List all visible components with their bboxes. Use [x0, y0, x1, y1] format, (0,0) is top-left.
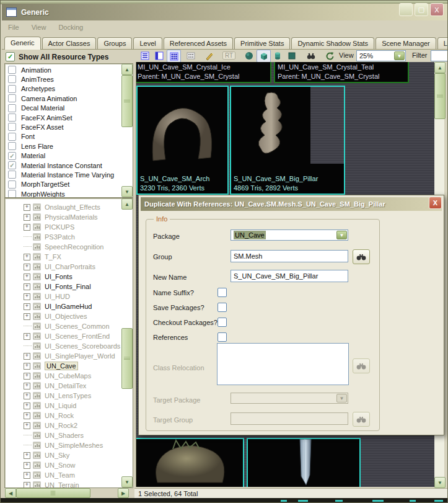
resource-type-checkbox[interactable]: [8, 104, 16, 112]
tab-scene-manager[interactable]: Scene Manager: [376, 37, 436, 49]
viewport-scrollbar-thumb[interactable]: [434, 73, 446, 119]
tree-item-un_rock2[interactable]: +UN_Rock2: [24, 421, 77, 430]
expand-icon[interactable]: +: [24, 412, 30, 419]
minimize-button[interactable]: [399, 3, 413, 16]
expand-icon[interactable]: +: [24, 274, 30, 280]
resource-type-row[interactable]: Archetypes: [5, 84, 133, 94]
tab-generic[interactable]: Generic: [4, 37, 41, 50]
close-button[interactable]: X: [430, 3, 444, 16]
thumbnail-mi-un-cave-sm-crystal-teal[interactable]: MI_UN_Cave_SM_Crystal_TealParent: M_UN_C…: [274, 62, 409, 83]
viewport-scroll-down-icon[interactable]: ▼: [434, 477, 446, 488]
name-suffix-checkbox[interactable]: [217, 288, 227, 297]
group-find-button[interactable]: [353, 249, 370, 264]
show-all-resource-types-row[interactable]: ✓ Show All Resource Types: [6, 52, 108, 61]
resource-type-row[interactable]: Lens Flare: [5, 141, 133, 151]
resource-type-checkbox[interactable]: [8, 75, 16, 83]
tree-item-ui_fonts_final[interactable]: +UI_Fonts_Final: [24, 282, 91, 292]
tree-scroll-right-icon[interactable]: ▶: [118, 488, 129, 498]
resource-list-scroll-up-icon[interactable]: ▲: [121, 64, 133, 75]
menu-item-docking[interactable]: Docking: [52, 24, 89, 31]
expand-icon[interactable]: +: [24, 373, 30, 380]
dialog-close-button[interactable]: X: [429, 197, 442, 209]
tab-primitive-stats[interactable]: Primitive Stats: [234, 37, 290, 49]
tree-scrollbar-thumb[interactable]: [121, 328, 133, 389]
expand-icon[interactable]: +: [24, 214, 30, 221]
cube-primitive-button[interactable]: [257, 50, 271, 63]
filter-input[interactable]: [431, 50, 448, 61]
thumbnail-s-un-cave-sm-big-pillar[interactable]: S_UN_Cave_SM_Big_Pillar4869 Tris, 2892 V…: [230, 86, 345, 195]
tree-item-ui_fonts[interactable]: +UI_Fonts: [24, 272, 72, 282]
viewport-scroll-up-icon[interactable]: ▲: [434, 62, 446, 73]
tree-item-speechrecognition[interactable]: SpeechRecognition: [24, 242, 103, 252]
tree-item-ui_hud[interactable]: +UI_HUD: [24, 292, 70, 301]
tab-actor-classes[interactable]: Actor Classes: [42, 37, 97, 49]
menu-item-view[interactable]: View: [25, 24, 53, 31]
refresh-button[interactable]: [323, 50, 336, 61]
package-tree[interactable]: +Onslaught_Effects+PhysicalMaterials+PIC…: [4, 198, 133, 488]
resource-type-row[interactable]: Font: [5, 132, 133, 141]
tree-item-un_cave[interactable]: +UN_Cave: [24, 361, 78, 371]
expand-icon[interactable]: +: [24, 482, 30, 489]
class-relocation-textarea[interactable]: [217, 343, 349, 385]
resource-type-checkbox[interactable]: [8, 85, 16, 93]
expand-icon[interactable]: +: [24, 283, 30, 290]
list-view-button[interactable]: [138, 50, 151, 61]
resource-type-checkbox[interactable]: [8, 133, 16, 141]
checkout-packages-checkbox[interactable]: [217, 318, 227, 327]
tree-item-un_liquid[interactable]: +UN_Liquid: [24, 401, 76, 411]
rt-toggle-button[interactable]: RT: [222, 50, 235, 61]
tree-item-un_snow[interactable]: +UN_Snow: [24, 460, 76, 470]
thumbnail-s-un-cave-sm-crystal-a[interactable]: S_UN_Cave_SM_Crystal: [136, 438, 244, 487]
resource-type-row[interactable]: Animation: [5, 65, 133, 74]
expand-icon[interactable]: +: [24, 462, 30, 469]
tree-item-onslaught_effects[interactable]: +Onslaught_Effects: [24, 202, 100, 212]
package-combobox[interactable]: UN_Cave ▼: [231, 229, 348, 241]
tab-level[interactable]: Level: [133, 37, 162, 49]
expand-icon[interactable]: +: [24, 204, 30, 211]
thumbnail-mi-un-cave-sm-crystal-ice[interactable]: MI_UN_Cave_SM_Crystal_IceParent: M_UN_Ca…: [136, 62, 271, 83]
tree-item-pickups[interactable]: +PICKUPS: [24, 222, 74, 232]
tree-item-un_terrain[interactable]: +UN_Terrain: [24, 480, 79, 488]
thumbnail-view-button[interactable]: [167, 50, 181, 63]
tree-item-ps3patch[interactable]: PS3Patch: [24, 232, 75, 242]
expand-icon[interactable]: +: [24, 363, 30, 370]
expand-icon[interactable]: +: [24, 383, 30, 389]
expand-icon[interactable]: +: [24, 313, 30, 320]
search-binoculars-button[interactable]: [304, 50, 317, 61]
plane-primitive-button[interactable]: [285, 50, 298, 61]
expand-icon[interactable]: +: [24, 353, 30, 360]
tree-item-un_cubemaps[interactable]: +UN_CubeMaps: [24, 371, 91, 381]
expand-icon[interactable]: +: [24, 472, 30, 479]
expand-icon[interactable]: +: [24, 393, 30, 399]
resource-type-row[interactable]: FaceFX Asset: [5, 122, 133, 131]
tab-dynamic-shadow-stats[interactable]: Dynamic Shadow Stats: [291, 37, 374, 49]
resource-type-row[interactable]: AnimTrees: [5, 74, 133, 84]
thumbnail-s-un-cave-sm-arch[interactable]: S_UN_Cave_SM_Arch3230 Tris, 2360 Verts: [136, 86, 229, 195]
dialog-title-bar[interactable]: Duplicate With References: UN_Cave.SM.Me…: [141, 197, 442, 211]
resource-type-row[interactable]: Camera Animation: [5, 94, 133, 103]
tree-item-ui_singleplayer_world[interactable]: +UI_SinglePlayer_World: [24, 351, 115, 361]
resource-type-checkbox[interactable]: [8, 123, 16, 131]
tree-item-un_simplemeshes[interactable]: UN_SimpleMeshes: [24, 440, 103, 450]
cylinder-primitive-button[interactable]: [271, 50, 284, 61]
resource-type-checkbox[interactable]: [8, 190, 16, 198]
expand-icon[interactable]: +: [24, 303, 30, 310]
expand-icon[interactable]: +: [24, 254, 30, 260]
resource-type-checkbox[interactable]: [8, 114, 16, 122]
split-view-button[interactable]: [152, 50, 165, 61]
resource-list-scrollbar-thumb[interactable]: [121, 75, 133, 127]
expand-icon[interactable]: +: [24, 224, 30, 231]
references-checkbox[interactable]: [217, 332, 227, 342]
resource-type-checkbox[interactable]: [8, 94, 16, 102]
expand-icon[interactable]: +: [24, 422, 30, 429]
tree-scroll-left-icon[interactable]: ◀: [5, 488, 16, 498]
chevron-down-icon[interactable]: ▼: [336, 231, 347, 239]
tree-item-ui_scenes_frontend[interactable]: +UI_Scenes_FrontEnd: [24, 331, 110, 341]
apply-wand-button[interactable]: [203, 50, 216, 61]
expand-icon[interactable]: +: [24, 264, 30, 270]
small-thumbnails-button[interactable]: [184, 50, 197, 61]
save-packages-checkbox[interactable]: [217, 303, 227, 312]
expand-icon[interactable]: +: [24, 452, 30, 459]
expand-icon[interactable]: +: [24, 293, 30, 300]
resource-type-row[interactable]: ✓Material: [5, 151, 133, 161]
